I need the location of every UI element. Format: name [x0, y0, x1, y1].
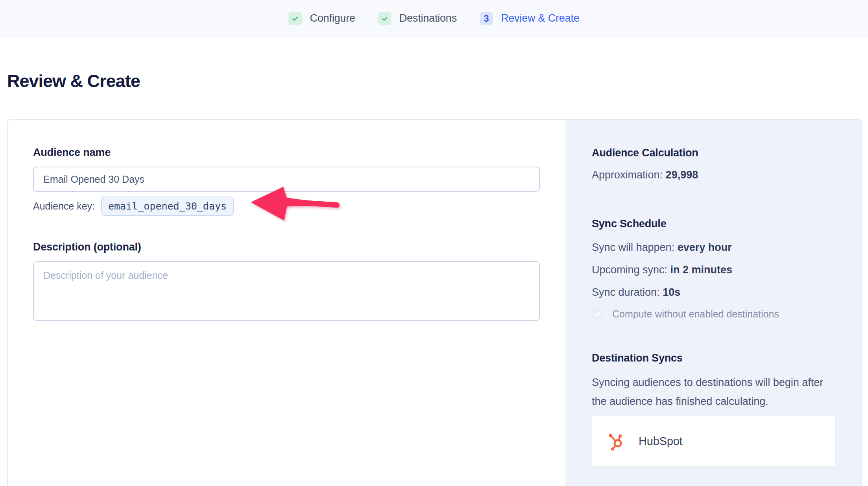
- step-label: Configure: [310, 12, 355, 24]
- sync-duration-label: Sync duration:: [592, 286, 660, 298]
- upcoming-sync-line: Upcoming sync: in 2 minutes: [592, 263, 833, 276]
- summary-sidebar: Audience Calculation Approximation: 29,9…: [565, 120, 861, 486]
- audience-key-row: Audience key: email_opened_30_days: [33, 197, 540, 216]
- audience-name-label: Audience name: [33, 147, 540, 159]
- sync-duration-line: Sync duration: 10s: [592, 286, 833, 299]
- upcoming-sync-label: Upcoming sync:: [592, 264, 667, 276]
- sync-will-happen-value: every hour: [678, 241, 732, 253]
- page-title: Review & Create: [7, 70, 868, 92]
- audience-key-label: Audience key:: [33, 200, 95, 212]
- destination-card-hubspot[interactable]: HubSpot: [592, 416, 836, 467]
- check-icon: [594, 310, 602, 318]
- review-create-screen: Configure Destinations 3 Review & Create…: [0, 0, 868, 486]
- check-icon: [291, 15, 299, 22]
- compute-without-destinations-label: Compute without enabled destinations: [612, 308, 779, 320]
- approximation-label: Approximation:: [592, 169, 663, 181]
- step-complete-badge: [378, 12, 392, 25]
- sync-schedule-heading: Sync Schedule: [592, 217, 833, 230]
- step-label: Review & Create: [501, 12, 580, 24]
- approximation-value: 29,998: [666, 169, 698, 181]
- destination-name: HubSpot: [639, 435, 682, 448]
- wizard-stepper: Configure Destinations 3 Review & Create: [288, 12, 579, 25]
- step-review-create[interactable]: 3 Review & Create: [480, 12, 580, 25]
- audience-form: Audience name Audience key: email_opened…: [8, 120, 565, 486]
- audience-name-input[interactable]: [33, 167, 540, 192]
- review-card: Audience name Audience key: email_opened…: [7, 119, 862, 486]
- upcoming-sync-value: in 2 minutes: [670, 264, 733, 276]
- destination-syncs-heading: Destination Syncs: [592, 352, 833, 364]
- wizard-stepper-bar: Configure Destinations 3 Review & Create: [0, 0, 868, 37]
- audience-key-chip: email_opened_30_days: [101, 197, 234, 216]
- sync-will-happen-label: Sync will happen:: [592, 241, 674, 253]
- compute-without-destinations-checkbox[interactable]: [592, 308, 604, 320]
- sync-duration-value: 10s: [663, 286, 680, 298]
- step-complete-badge: [288, 12, 302, 25]
- approximation-line: Approximation: 29,998: [592, 169, 833, 181]
- description-label: Description (optional): [33, 241, 540, 253]
- step-destinations[interactable]: Destinations: [378, 12, 457, 25]
- step-label: Destinations: [399, 12, 457, 24]
- sync-will-happen-line: Sync will happen: every hour: [592, 241, 833, 254]
- compute-without-destinations-row: Compute without enabled destinations: [592, 308, 833, 320]
- step-number-badge: 3: [480, 12, 493, 25]
- step-configure[interactable]: Configure: [288, 12, 355, 25]
- description-textarea[interactable]: [33, 261, 540, 321]
- destination-syncs-description: Syncing audiences to destinations will b…: [592, 373, 832, 411]
- hubspot-logo-icon: [607, 432, 626, 451]
- check-icon: [381, 15, 389, 22]
- audience-calculation-heading: Audience Calculation: [592, 147, 833, 159]
